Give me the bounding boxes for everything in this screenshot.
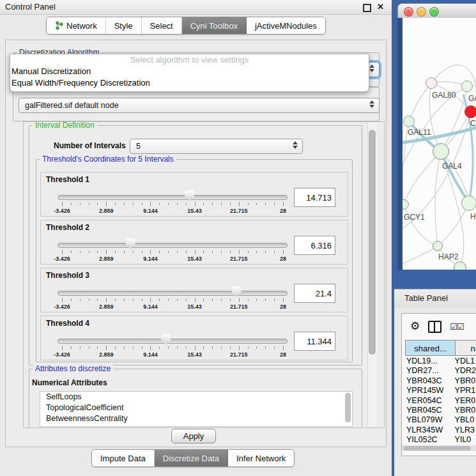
threshold-value-input[interactable] — [294, 284, 335, 303]
cell-shared-name: YER054C — [405, 396, 453, 406]
network-node[interactable] — [461, 196, 476, 211]
table-header: shared... na — [405, 340, 476, 356]
tab[interactable]: Impute Data — [92, 450, 155, 466]
network-node[interactable] — [464, 105, 476, 118]
top-tabbar: Network Style — [0, 17, 392, 36]
checkbox-icons[interactable]: ☑☑ — [450, 322, 463, 332]
node-label: HAP2 — [438, 252, 458, 261]
table-panel-titlebar[interactable]: Table Panel — [394, 289, 476, 309]
network-node[interactable] — [426, 77, 437, 89]
node-label: GAL4 — [442, 162, 462, 171]
dropdown-option[interactable]: Equal Width/Frequency Discretization — [10, 77, 369, 89]
threshold-label: Threshold 1 — [46, 175, 89, 184]
slider-ticks — [62, 346, 283, 351]
list-item[interactable]: SelfLoops — [40, 392, 352, 403]
tab-label: jActiveMNodules — [255, 21, 317, 31]
table-row[interactable]: YBR043C YBR0 — [405, 376, 476, 386]
slider-ticks — [62, 298, 283, 303]
panel-title: Control Panel — [5, 2, 56, 12]
table-row[interactable]: YER054C YER0 — [405, 396, 476, 406]
threshold-slider[interactable]: -3.4262.8599.14415.4321.71528 — [55, 238, 291, 263]
cell-shared-name: YDR27... — [405, 366, 453, 376]
node-label: GA — [468, 94, 476, 103]
cell-name: YPR1 — [453, 386, 476, 395]
table-data-combobox[interactable]: galFiltered.sif default node — [19, 98, 380, 113]
split-columns-icon[interactable] — [428, 321, 441, 333]
table-row[interactable]: YBL079W YBL0 — [405, 415, 476, 425]
table-row[interactable]: YIL052C YIL0 — [405, 435, 476, 445]
top-tab-group: Network Style — [46, 17, 326, 35]
attribute-items: SelfLoops TopologicalCoefficient Between… — [40, 392, 352, 424]
node-label: C — [470, 119, 476, 128]
threshold-slider[interactable]: -3.4262.8599.14415.4321.71528 — [55, 286, 291, 311]
cell-shared-name: YBR043C — [405, 376, 453, 386]
table-row[interactable]: YBR045C YBR0 — [405, 406, 476, 415]
column-header-name[interactable]: na — [456, 340, 476, 356]
network-node[interactable] — [403, 116, 415, 127]
dropdown-option[interactable]: Manual Discretization — [10, 66, 369, 77]
list-scrollbar[interactable] — [345, 393, 351, 422]
network-node[interactable] — [433, 143, 449, 160]
panel-scrollbar[interactable] — [367, 122, 377, 426]
traffic-light-button[interactable] — [429, 7, 439, 17]
traffic-light-button[interactable] — [404, 7, 413, 17]
network-node[interactable] — [461, 81, 473, 92]
slider-tick-labels: -3.4262.8599.14415.4321.71528 — [62, 351, 283, 358]
network-desktop: GAL80GAGAL11CGAL4GCY1HHAP2 Table Panel ⚙… — [392, 0, 476, 476]
list-item[interactable]: TopologicalCoefficient — [40, 403, 352, 413]
table-row[interactable]: YDR27... YDR2 — [405, 366, 476, 376]
gear-icon[interactable]: ⚙ — [410, 320, 420, 333]
cell-shared-name: YDL19... — [405, 357, 453, 366]
threshold-value-input[interactable] — [294, 188, 335, 207]
list-item[interactable]: BetweennessCentrality — [40, 413, 352, 424]
cell-name: YBR0 — [453, 406, 476, 415]
threshold-panel: Threshold 1 -3.4262.8599.14415.4321.7152… — [40, 172, 348, 217]
tab[interactable]: jActiveMNodules — [247, 17, 325, 34]
network-node[interactable] — [433, 241, 443, 251]
control-panel: Control Panel ✕ Network — [0, 0, 392, 476]
table-panel-body: ⚙ ☑☑ shared... na YDL19... YDL1 YDR27... — [394, 308, 476, 476]
group-title: Interval Definition — [33, 121, 97, 130]
tab[interactable]: Style — [106, 17, 142, 34]
numerical-attributes-list[interactable]: SelfLoops TopologicalCoefficient Between… — [40, 391, 353, 427]
tab[interactable]: Select — [142, 17, 182, 34]
threshold-value-input[interactable] — [294, 236, 335, 255]
apply-button[interactable]: Apply — [171, 429, 216, 443]
table-row[interactable]: YDL19... YDL1 — [405, 357, 476, 366]
cell-name: YLR3 — [453, 426, 476, 435]
network-canvas[interactable]: GAL80GAGAL11CGAL4GCY1HHAP2 — [403, 18, 476, 270]
tab[interactable]: Discretize Data — [155, 450, 228, 466]
interval-definition-group: Interval Definition Number of Intervals … — [29, 125, 362, 365]
table-row[interactable]: YLR345W YLR3 — [405, 426, 476, 435]
threshold-slider[interactable]: -3.4262.8599.14415.4321.71528 — [55, 190, 291, 215]
threshold-panels: Threshold 1 -3.4262.8599.14415.4321.7152… — [36, 172, 352, 360]
slider-track — [58, 339, 288, 344]
float-panel-icon[interactable] — [363, 4, 371, 12]
tab[interactable]: Infer Network — [228, 450, 294, 466]
combo-stepper-icon — [369, 65, 374, 72]
table-panel-toolbar: ⚙ ☑☑ — [402, 318, 476, 335]
group-title: Threshold's Coordinates for 5 Intervals — [40, 155, 176, 164]
table-row[interactable]: YPR145W YPR1 — [405, 386, 476, 395]
cell-shared-name: YBR045C — [405, 406, 453, 415]
threshold-label: Threshold 2 — [46, 223, 89, 232]
network-window-titlebar[interactable] — [397, 3, 476, 19]
combo-value: 5 — [136, 142, 141, 151]
combo-stepper-icon — [293, 141, 298, 149]
threshold-value-input[interactable] — [294, 332, 335, 351]
cell-shared-name: YBL079W — [405, 415, 453, 425]
num-intervals-combobox[interactable]: 5 — [130, 139, 303, 154]
threshold-slider[interactable]: -3.4262.8599.14415.4321.71528 — [55, 334, 291, 358]
algorithm-dropdown-popup: Select algorithm to view settings Manual… — [10, 54, 369, 92]
tab[interactable]: Network — [47, 17, 106, 34]
close-panel-icon[interactable]: ✕ — [377, 2, 384, 12]
traffic-light-button[interactable] — [417, 7, 426, 17]
network-node[interactable] — [454, 261, 466, 270]
slider-ticks — [62, 250, 283, 255]
tab[interactable]: Cyni Toolbox — [182, 17, 247, 34]
column-header-shared[interactable]: shared... — [405, 340, 456, 356]
panel-scrollbar-thumb[interactable] — [369, 130, 376, 355]
table-data-group: Table Data galFiltered.sif default node — [13, 87, 380, 121]
table-h-scrollbar-thumb[interactable] — [403, 446, 471, 450]
table-h-scrollbar[interactable] — [402, 445, 476, 451]
